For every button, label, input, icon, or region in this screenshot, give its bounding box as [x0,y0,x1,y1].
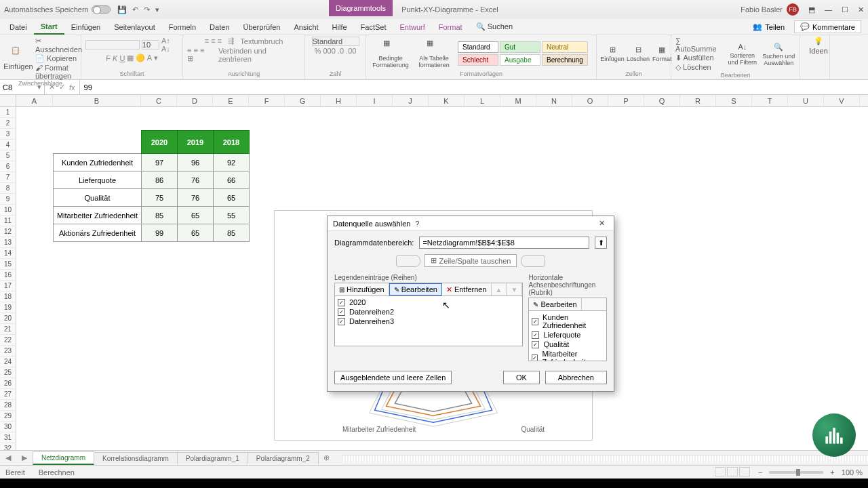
row-header[interactable]: 14 [0,248,16,259]
format-as-table-button[interactable]: ▦Als Tabelle formatieren [414,39,454,68]
col-header[interactable]: T [752,95,788,106]
formula-bar[interactable]: 99 [80,83,868,92]
style-neutral[interactable]: Neutral [542,41,588,53]
col-header[interactable]: N [536,95,572,106]
tab-design[interactable]: Entwurf [393,20,431,34]
col-header[interactable]: L [465,95,500,106]
chart-range-input[interactable] [419,237,589,249]
sheet-nav-prev-icon[interactable]: ◀ [0,453,16,462]
zoom-slider[interactable] [769,471,823,474]
row-header[interactable]: 30 [0,422,16,432]
worksheet[interactable]: A B C D E F G H I J K L M N O P Q R S T … [0,95,868,450]
redo-icon[interactable]: ↷ [144,5,150,14]
autosave-toggle[interactable] [92,5,111,14]
tab-data[interactable]: Daten [203,20,236,34]
row-header[interactable]: 27 [0,389,16,400]
row-header[interactable]: 18 [0,291,16,302]
style-output[interactable]: Ausgabe [500,54,540,66]
sheet-tab[interactable]: Polardiagramm_1 [177,452,248,464]
col-header[interactable]: C [141,95,177,106]
ok-button[interactable]: OK [503,371,540,384]
row-header[interactable]: 15 [0,259,16,270]
find-select-button[interactable]: 🔍Suchen und Auswählen [762,43,795,66]
select-all-corner[interactable] [0,95,16,106]
close-icon[interactable]: ✕ [858,5,864,14]
row-header[interactable]: 1 [0,107,16,118]
col-header[interactable]: K [429,95,465,106]
sort-filter-button[interactable]: A↓Sortieren und Filtern [726,43,759,66]
row-header[interactable]: 5 [0,150,16,161]
help-icon[interactable]: ? [410,220,424,228]
switch-row-col-button[interactable]: ⊞ Zeile/Spalte tauschen [425,254,517,267]
row-header[interactable]: 13 [0,237,16,248]
edit-axis-button[interactable]: ✎ Bearbeiten [529,298,581,310]
add-series-button[interactable]: ⊞ Hinzufügen [335,283,389,296]
format-cells-button[interactable]: ▦Format [652,45,672,62]
checkbox[interactable] [532,331,539,339]
col-header[interactable]: F [249,95,285,106]
col-header[interactable]: R [680,95,716,106]
sheet-tab[interactable]: Polardiagramm_2 [248,452,319,464]
collapse-dialog-icon[interactable]: ⬆ [595,237,607,249]
col-header[interactable]: D [177,95,213,106]
checkbox[interactable] [532,341,539,348]
row-header[interactable]: 17 [0,281,16,291]
insert-cells-button[interactable]: ⊞Einfügen [601,45,624,62]
maximize-icon[interactable]: ☐ [842,5,848,14]
col-header[interactable]: P [608,95,644,106]
ribbon-collapse-icon[interactable]: ⬒ [808,5,815,14]
row-header[interactable]: 6 [0,161,16,172]
sheet-tab[interactable]: Netzdiagramm [33,451,94,465]
col-header[interactable]: H [321,95,357,106]
col-header[interactable]: I [357,95,393,106]
row-header[interactable]: 29 [0,411,16,422]
user-avatar[interactable]: FB [787,3,799,16]
conditional-format-button[interactable]: ▦Bedingte Formatierung [370,39,411,68]
hidden-empty-cells-button[interactable]: Ausgeblendete und leere Zellen [334,371,452,384]
move-series-down-icon[interactable]: ▼ [507,283,522,296]
minimize-icon[interactable]: — [825,5,832,14]
row-header[interactable]: 16 [0,270,16,281]
style-good[interactable]: Gut [500,41,540,53]
row-header[interactable]: 21 [0,324,16,335]
row-header[interactable]: 24 [0,357,16,367]
sheet-tab[interactable]: Korrelationsdiagramm [94,452,178,464]
checkbox[interactable] [338,318,345,325]
col-header[interactable]: J [393,95,429,106]
checkbox[interactable] [338,299,345,306]
row-header[interactable]: 12 [0,226,16,237]
row-header[interactable]: 32 [0,443,16,450]
row-header[interactable]: 11 [0,216,16,226]
tab-help[interactable]: Hilfe [326,20,354,34]
col-header[interactable]: V [824,95,860,106]
copy-button[interactable]: 📄 Kopieren [35,54,82,63]
row-header[interactable]: 23 [0,346,16,357]
col-header[interactable]: M [500,95,536,106]
paste-button[interactable]: 📋Einfügen [4,46,33,70]
search-box[interactable]: 🔍 Suchen [469,20,519,34]
comments-button[interactable]: 💬Kommentare [794,20,861,33]
row-header[interactable]: 8 [0,183,16,194]
tab-file[interactable]: Datei [3,20,34,34]
cancel-button[interactable]: Abbrechen [545,371,607,384]
row-header[interactable]: 26 [0,378,16,389]
row-header[interactable]: 3 [0,129,16,140]
checkbox[interactable] [532,318,538,325]
tab-start[interactable]: Start [34,20,64,35]
user-name[interactable]: Fabio Basler [741,5,783,14]
tab-view[interactable]: Ansicht [287,20,325,34]
col-header[interactable]: U [788,95,824,106]
move-series-up-icon[interactable]: ▲ [492,283,507,296]
row-header[interactable]: 10 [0,205,16,216]
row-header[interactable]: 7 [0,172,16,183]
save-icon[interactable]: 💾 [117,5,127,14]
tab-formulas[interactable]: Formeln [162,20,203,34]
col-header[interactable]: B [53,95,141,106]
tab-format[interactable]: Format [432,20,469,34]
row-header[interactable]: 2 [0,118,16,129]
zoom-in-icon[interactable]: + [830,468,834,476]
view-mode-buttons[interactable] [715,467,751,478]
row-header[interactable]: 4 [0,140,16,150]
style-calc[interactable]: Berechnung [542,54,588,66]
tab-review[interactable]: Überprüfen [236,20,287,34]
